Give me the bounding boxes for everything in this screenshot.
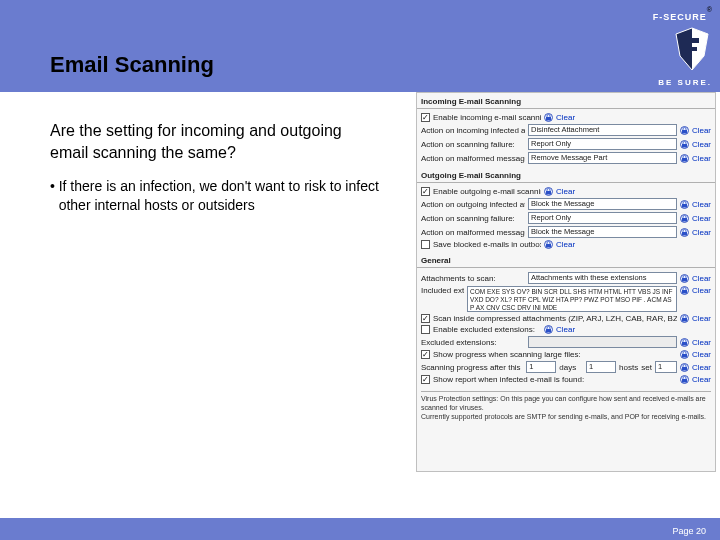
show-report-checkbox[interactable]	[421, 375, 430, 384]
clear-link[interactable]: Clear	[692, 126, 711, 135]
svg-rect-1	[682, 130, 687, 134]
lock-icon[interactable]	[680, 314, 689, 323]
svg-rect-0	[546, 117, 551, 121]
clear-link[interactable]: Clear	[556, 113, 575, 122]
save-outbox-checkbox[interactable]	[421, 240, 430, 249]
slide-body: Are the setting for incoming and outgoin…	[50, 120, 380, 215]
page-number: Page 20	[672, 526, 706, 536]
in-malformed-label: Action on malformed message parts:	[421, 154, 525, 163]
lock-icon[interactable]	[680, 274, 689, 283]
clear-link[interactable]: Clear	[692, 375, 711, 384]
lock-icon[interactable]	[680, 286, 689, 295]
footer-band	[0, 518, 720, 540]
svg-rect-4	[546, 191, 551, 195]
after-hosts-input[interactable]: 1	[586, 361, 616, 373]
lock-icon[interactable]	[680, 200, 689, 209]
lock-icon[interactable]	[680, 350, 689, 359]
lock-icon[interactable]	[680, 363, 689, 372]
clear-link[interactable]: Clear	[692, 228, 711, 237]
svg-rect-16	[682, 379, 687, 383]
clear-link[interactable]: Clear	[692, 314, 711, 323]
after-days-input[interactable]: 1	[526, 361, 556, 373]
in-malformed-select[interactable]: Remove Message Part	[528, 152, 677, 164]
show-progress-label: Show progress when scanning large files:	[433, 350, 677, 359]
enable-excluded-label: Enable excluded extensions:	[433, 325, 541, 334]
svg-rect-6	[682, 218, 687, 222]
clear-link[interactable]: Clear	[692, 338, 711, 347]
svg-rect-11	[682, 318, 687, 322]
shield-icon	[672, 26, 712, 72]
lock-icon[interactable]	[680, 214, 689, 223]
brand-slogan: BE SURE.	[602, 78, 712, 87]
included-ext-label: Included extensions:	[421, 286, 464, 295]
clear-link[interactable]: Clear	[692, 214, 711, 223]
out-fail-label: Action on scanning failure:	[421, 214, 525, 223]
out-fail-select[interactable]: Report Only	[528, 212, 677, 224]
svg-rect-3	[682, 158, 687, 162]
progress-after-label: Scanning progress after this many:	[421, 363, 523, 372]
general-heading: General	[421, 256, 711, 265]
set-label: set	[641, 363, 652, 372]
lock-icon[interactable]	[680, 126, 689, 135]
lock-icon[interactable]	[544, 240, 553, 249]
outgoing-heading: Outgoing E-mail Scanning	[421, 171, 711, 180]
notes-line-2: Currently supported protocols are SMTP f…	[421, 413, 711, 422]
slide-title: Email Scanning	[50, 52, 214, 78]
scan-compressed-checkbox[interactable]	[421, 314, 430, 323]
enable-outgoing-checkbox[interactable]	[421, 187, 430, 196]
svg-rect-12	[546, 329, 551, 333]
divider	[417, 108, 715, 109]
out-infected-label: Action on outgoing infected attachment:	[421, 200, 525, 209]
after-last-input[interactable]: 1	[655, 361, 677, 373]
divider	[417, 267, 715, 268]
after-days-unit: days	[559, 363, 576, 372]
in-fail-label: Action on scanning failure:	[421, 140, 525, 149]
enable-excluded-checkbox[interactable]	[421, 325, 430, 334]
out-malformed-label: Action on malformed message parts:	[421, 228, 525, 237]
lock-icon[interactable]	[680, 375, 689, 384]
question-text: Are the setting for incoming and outgoin…	[50, 120, 380, 163]
out-malformed-select[interactable]: Block the Message	[528, 226, 677, 238]
svg-rect-15	[682, 367, 687, 371]
svg-rect-7	[682, 232, 687, 236]
clear-link[interactable]: Clear	[692, 140, 711, 149]
clear-link[interactable]: Clear	[556, 187, 575, 196]
lock-icon[interactable]	[544, 325, 553, 334]
clear-link[interactable]: Clear	[692, 350, 711, 359]
svg-rect-10	[682, 290, 687, 294]
out-infected-select[interactable]: Block the Message	[528, 198, 677, 210]
show-report-label: Show report when infected e-mail is foun…	[433, 375, 677, 384]
svg-rect-5	[682, 204, 687, 208]
enable-incoming-checkbox[interactable]	[421, 113, 430, 122]
settings-panel: Incoming E-mail Scanning Enable incoming…	[416, 92, 716, 472]
lock-icon[interactable]	[680, 228, 689, 237]
excluded-ext-label: Excluded extensions:	[421, 338, 525, 347]
lock-icon[interactable]	[680, 154, 689, 163]
svg-rect-2	[682, 144, 687, 148]
in-fail-select[interactable]: Report Only	[528, 138, 677, 150]
bullet-text: If there is an infection, we don't want …	[59, 177, 380, 215]
lock-icon[interactable]	[680, 140, 689, 149]
lock-icon[interactable]	[544, 113, 553, 122]
lock-icon[interactable]	[680, 338, 689, 347]
brand-block: F-SECURE® BE SURE.	[602, 6, 712, 87]
incoming-heading: Incoming E-mail Scanning	[421, 97, 711, 106]
enable-incoming-label: Enable incoming e-mail scanning	[433, 113, 541, 122]
clear-link[interactable]: Clear	[556, 325, 575, 334]
clear-link[interactable]: Clear	[692, 154, 711, 163]
registered-icon: ®	[707, 6, 712, 13]
clear-link[interactable]: Clear	[692, 363, 711, 372]
clear-link[interactable]: Clear	[692, 200, 711, 209]
notes-line-1: Virus Protection settings: On this page …	[421, 395, 711, 413]
show-progress-checkbox[interactable]	[421, 350, 430, 359]
clear-link[interactable]: Clear	[692, 274, 711, 283]
included-ext-input[interactable]: COM EXE SYS OV? BIN SCR DLL SHS HTM HTML…	[467, 286, 677, 312]
in-infected-select[interactable]: Disinfect Attachment	[528, 124, 677, 136]
clear-link[interactable]: Clear	[556, 240, 575, 249]
svg-rect-9	[682, 278, 687, 282]
clear-link[interactable]: Clear	[692, 286, 711, 295]
lock-icon[interactable]	[544, 187, 553, 196]
notes-block: Virus Protection settings: On this page …	[421, 391, 711, 421]
attachments-select[interactable]: Attachments with these extensions	[528, 272, 677, 284]
excluded-ext-input[interactable]	[528, 336, 677, 348]
